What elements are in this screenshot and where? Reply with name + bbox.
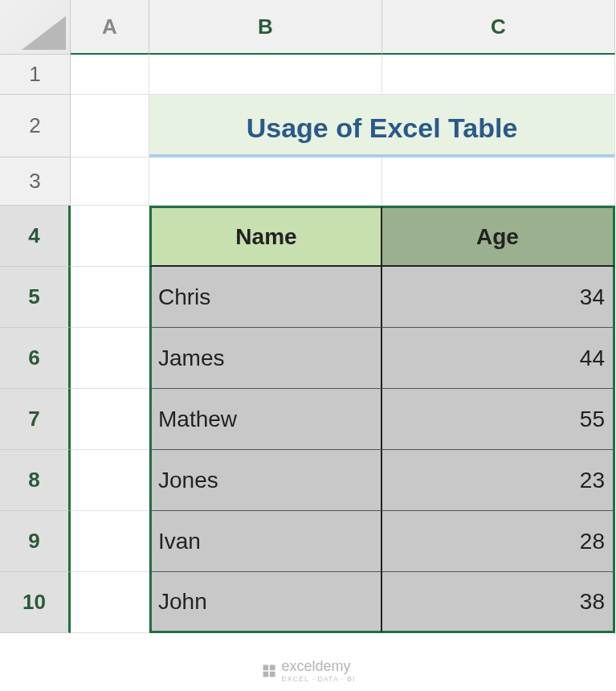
cell-a10[interactable] bbox=[71, 572, 149, 633]
row-header-6[interactable]: 6 bbox=[0, 328, 71, 389]
col-header-c[interactable]: C bbox=[382, 0, 615, 55]
row-header-7[interactable]: 7 bbox=[0, 389, 71, 450]
row-header-5[interactable]: 5 bbox=[0, 267, 71, 328]
watermark-tagline: EXCEL · DATA · BI bbox=[282, 675, 356, 683]
cell-a6[interactable] bbox=[71, 328, 149, 389]
table-row-age[interactable]: 44 bbox=[382, 328, 615, 389]
row-header-10[interactable]: 10 bbox=[0, 572, 71, 633]
cell-b3[interactable] bbox=[149, 157, 382, 206]
table-header-name[interactable]: Name bbox=[149, 206, 382, 267]
col-header-b[interactable]: B bbox=[149, 0, 382, 55]
table-header-age[interactable]: Age bbox=[382, 206, 615, 267]
table-row-name[interactable]: Ivan bbox=[149, 511, 382, 572]
cell-a8[interactable] bbox=[71, 450, 149, 511]
watermark-name: exceldemy bbox=[282, 658, 356, 675]
title-cell[interactable]: Usage of Excel Table bbox=[149, 95, 615, 157]
table-row-name[interactable]: Chris bbox=[149, 267, 382, 328]
cell-b1[interactable] bbox=[149, 55, 382, 95]
cell-a2[interactable] bbox=[71, 95, 149, 157]
table-row-age[interactable]: 23 bbox=[382, 450, 615, 511]
cell-a4[interactable] bbox=[71, 206, 149, 267]
table-row-age[interactable]: 55 bbox=[382, 389, 615, 450]
table-row-age[interactable]: 28 bbox=[382, 511, 615, 572]
cell-a5[interactable] bbox=[71, 267, 149, 328]
row-header-4[interactable]: 4 bbox=[0, 206, 71, 267]
select-all-corner[interactable] bbox=[0, 0, 71, 55]
cell-a1[interactable] bbox=[71, 55, 149, 95]
spreadsheet-grid: A B C 1 2 Usage of Excel Table 3 4 Name … bbox=[0, 0, 616, 633]
row-header-2[interactable]: 2 bbox=[0, 95, 71, 157]
cell-a9[interactable] bbox=[71, 511, 149, 572]
cell-c1[interactable] bbox=[382, 55, 615, 95]
table-row-age[interactable]: 34 bbox=[382, 267, 615, 328]
table-row-name[interactable]: John bbox=[149, 572, 382, 633]
cell-a3[interactable] bbox=[71, 157, 149, 206]
row-header-8[interactable]: 8 bbox=[0, 450, 71, 511]
col-header-a[interactable]: A bbox=[71, 0, 149, 55]
cell-a7[interactable] bbox=[71, 389, 149, 450]
row-header-9[interactable]: 9 bbox=[0, 511, 71, 572]
table-row-name[interactable]: Jones bbox=[149, 450, 382, 511]
cell-c3[interactable] bbox=[382, 157, 615, 206]
table-row-age[interactable]: 38 bbox=[382, 572, 615, 633]
table-row-name[interactable]: James bbox=[149, 328, 382, 389]
watermark: exceldemy EXCEL · DATA · BI bbox=[261, 658, 356, 683]
row-header-1[interactable]: 1 bbox=[0, 55, 71, 95]
table-row-name[interactable]: Mathew bbox=[149, 389, 382, 450]
logo-icon bbox=[261, 663, 277, 679]
row-header-3[interactable]: 3 bbox=[0, 157, 71, 206]
